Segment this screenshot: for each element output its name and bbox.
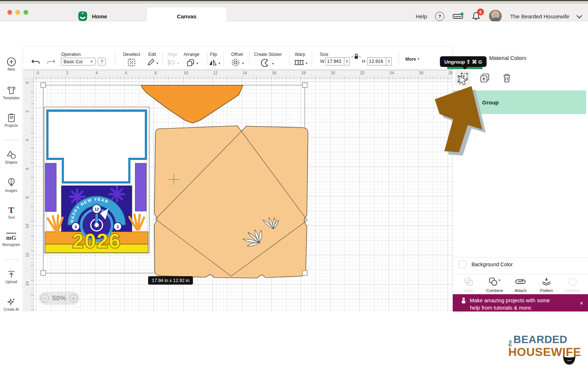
slice-icon [464,277,473,286]
layer-row-group[interactable]: Group [453,90,586,114]
cricut-design-space-window: Home Canvas Help ? 5 The Bearded Housewi… [0,0,588,374]
sidebar-item-monogram[interactable]: mG Monogram [0,233,22,247]
width-input[interactable] [325,57,344,65]
operation-value: Basic Cut [64,59,82,64]
zoom-level: 50% [52,294,66,302]
combine-icon: ▼ [488,277,501,286]
group-icon [470,98,478,106]
canvas-tab-label: Canvas [177,13,196,19]
images-icon [7,178,16,188]
ruler-h-label: 2 [66,71,68,75]
beard-icon [562,354,577,366]
logo-line1: BEARDED [513,334,567,346]
ungroup-button[interactable] [455,70,470,86]
slice-label: Slice [464,288,473,293]
ruler-h-label: 24 [390,71,394,75]
edit-toolbar: Operation Basic Cut▼ ? Deselect Edit ▼ A… [23,46,452,70]
upload-icon [7,270,16,279]
ruler-h-label: 4 [96,71,98,75]
ruler-h-label: 16 [272,71,276,75]
maximize-traffic-light[interactable] [24,10,28,15]
ruler-v-label: 14 [25,280,29,287]
zoom-in-button[interactable]: + [69,294,78,302]
ruler-v-label: 4 [25,137,29,143]
clock-9: 9 [75,225,77,229]
ruler-h-label: 12 [213,71,218,75]
sidebar-item-images[interactable]: Images [0,178,22,193]
svg-text:▼: ▼ [241,62,244,65]
sidebar-item-shapes[interactable]: Shapes [0,150,22,164]
more-button[interactable]: More▼ [405,57,420,62]
duplicate-button[interactable] [477,70,492,86]
mascot-icon [461,297,466,303]
tab-home[interactable]: Home [78,11,107,21]
sidebar-item-create-ai[interactable]: Create AI [0,297,22,311]
svg-text:▼: ▼ [305,62,308,65]
edit-icon[interactable]: ▼ [147,58,159,67]
help-label[interactable]: Help [416,13,427,19]
sidebar-item-text[interactable]: T Text [0,205,22,220]
ungroup-icon [457,72,468,83]
ruler-h-label: 20 [331,71,335,75]
close-traffic-light[interactable] [7,10,12,15]
redo-icon[interactable] [46,58,55,66]
undo-icon[interactable] [31,58,41,66]
flip-icon[interactable]: ▼ [208,58,222,67]
help-icon[interactable]: ? [435,12,444,21]
create-sticker-icon[interactable]: ▼ [261,58,275,67]
operation-label: Operation [61,52,81,57]
envelope-body-shape[interactable] [154,126,308,278]
operation-help-button[interactable]: ? [98,58,106,65]
combine-button[interactable]: ▼ Combine [483,277,506,293]
flip-label: Flip [210,52,217,57]
sidebar-item-new[interactable]: New [0,57,22,71]
notifications-bell[interactable]: 5 [472,11,481,21]
size-lock-icon[interactable] [351,53,361,60]
warp-icon[interactable]: ▼ [293,58,308,67]
tutorials-banner[interactable]: Make amazing projects with some help fro… [453,294,588,311]
sidebar-item-templates[interactable]: Templates [0,86,22,100]
contour-label: Contour [565,288,580,293]
ruler-vertical: 02468101214 [23,79,34,311]
canvas-artwork: HAPPY NEW YEAR 12 9 3 2026 [34,79,452,311]
new-icon [7,57,16,67]
notification-badge: 5 [477,8,484,15]
titlebar-right-cluster: Help ? 5 The Bearded Housewife [416,10,581,23]
banner-close-icon[interactable]: × [580,300,583,307]
operation-select[interactable]: Basic Cut▼ [61,58,96,65]
height-stepper[interactable]: ▲▼ [386,57,392,65]
zoom-out-button[interactable]: − [41,294,49,302]
arrange-icon[interactable]: ▼ [186,58,200,67]
background-color-row[interactable]: Background Color [459,260,513,268]
align-icon: ▼ [167,58,180,67]
delete-button[interactable] [499,70,514,86]
help-question-glyph: ? [438,14,441,19]
sidebar-item-upload[interactable]: Upload [0,270,22,284]
card-artwork[interactable]: HAPPY NEW YEAR 12 9 3 2026 [44,107,149,253]
height-input[interactable] [367,57,386,65]
background-color-swatch[interactable] [459,260,466,268]
attach-button[interactable]: Attach [509,277,532,293]
attach-icon [515,277,526,286]
account-chevron-down-icon[interactable] [577,13,582,18]
offset-icon[interactable]: ▼ [231,58,245,67]
text-icon: T [0,205,22,215]
height-label: H [362,59,365,64]
avatar[interactable] [489,10,502,23]
svg-text:▼: ▼ [498,279,501,282]
sidebar-item-projects[interactable]: Projects [0,113,22,128]
machine-icon[interactable] [452,12,463,21]
deselect-icon[interactable] [128,58,136,67]
flatten-button[interactable]: Flatten [535,277,558,293]
minimize-traffic-light[interactable] [15,10,20,15]
ruler-h-label: 8 [154,71,157,75]
create-sticker-label: Create Sticker [254,52,282,57]
account-name[interactable]: The Bearded Housewife [510,13,569,19]
width-stepper[interactable]: ▲▼ [344,57,350,65]
ungroup-tooltip: Ungroup ⇧ ⌘ G [440,56,487,67]
warp-label: Warp [295,52,305,57]
svg-text:▼: ▼ [177,62,180,65]
envelope-flap-shape[interactable] [141,85,243,123]
ruler-h-label: 10 [184,71,188,75]
left-rail: New Templates Projects Shapes Images T T… [0,46,23,311]
